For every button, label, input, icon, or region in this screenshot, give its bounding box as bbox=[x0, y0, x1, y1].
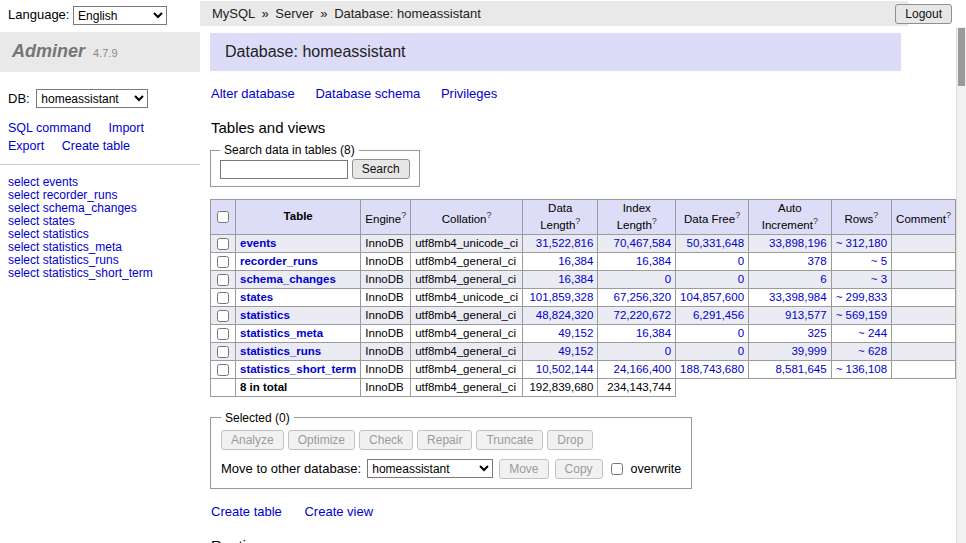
row-checkbox[interactable] bbox=[217, 292, 229, 304]
column-header-engine: Engine? bbox=[361, 200, 411, 235]
create-table-sidebar-link[interactable]: Create table bbox=[62, 139, 130, 153]
data-length-cell: 10,502,144 bbox=[523, 360, 598, 378]
rows-link[interactable]: ~ 3 bbox=[871, 273, 887, 285]
row-checkbox[interactable] bbox=[217, 274, 229, 286]
sidebar-table-link[interactable]: select statistics_short_term bbox=[8, 267, 192, 280]
privileges-link[interactable]: Privileges bbox=[441, 86, 497, 101]
rows-link[interactable]: ~ 569,159 bbox=[836, 309, 887, 321]
engine-cell: InnoDB bbox=[361, 306, 411, 324]
row-checkbox-cell bbox=[211, 234, 236, 252]
help-link[interactable]: ? bbox=[486, 210, 491, 220]
truncate-button[interactable]: Truncate bbox=[476, 430, 543, 450]
rows-link[interactable]: ~ 136,108 bbox=[836, 363, 887, 375]
rows-cell: ~ 3 bbox=[831, 270, 891, 288]
data-free-cell: 104,857,600 bbox=[676, 288, 749, 306]
data-length-cell: 16,384 bbox=[523, 252, 598, 270]
row-checkbox-cell bbox=[211, 306, 236, 324]
table-link[interactable]: recorder_runs bbox=[240, 255, 318, 267]
comment-cell bbox=[892, 360, 956, 378]
export-link[interactable]: Export bbox=[8, 139, 44, 153]
logout-button[interactable]: Logout bbox=[895, 4, 952, 24]
comment-cell bbox=[892, 306, 956, 324]
table-link[interactable]: statistics_runs bbox=[240, 345, 321, 357]
table-link[interactable]: schema_changes bbox=[240, 273, 336, 285]
sidebar-action-line: Export Create table bbox=[8, 137, 192, 155]
table-row: statesInnoDButf8mb4_unicode_ci101,859,32… bbox=[211, 288, 956, 306]
scrollbar-thumb[interactable] bbox=[958, 28, 965, 86]
overwrite-label[interactable]: overwrite bbox=[631, 462, 682, 476]
optimize-button[interactable]: Optimize bbox=[288, 430, 355, 450]
auto-increment-cell: 8,581,645 bbox=[749, 360, 832, 378]
rows-cell: ~ 312,180 bbox=[831, 234, 891, 252]
auto-increment-cell: 33,898,196 bbox=[749, 234, 832, 252]
analyze-button[interactable]: Analyze bbox=[221, 430, 284, 450]
column-header-comment: Comment? bbox=[892, 200, 956, 235]
import-link[interactable]: Import bbox=[109, 121, 144, 135]
table-link[interactable]: statistics_meta bbox=[240, 327, 323, 339]
help-link[interactable]: ? bbox=[873, 210, 878, 220]
data-free-cell: 0 bbox=[676, 252, 749, 270]
breadcrumb: MySQL » Server » Database: homeassistant bbox=[200, 1, 908, 26]
alter-database-link[interactable]: Alter database bbox=[211, 86, 295, 101]
breadcrumb-separator: » bbox=[261, 6, 268, 21]
table-link[interactable]: events bbox=[240, 237, 276, 249]
auto-increment-cell: 33,398,984 bbox=[749, 288, 832, 306]
row-checkbox[interactable] bbox=[217, 310, 229, 322]
collation-cell: utf8mb4_general_ci bbox=[411, 252, 523, 270]
search-button[interactable]: Search bbox=[352, 159, 410, 179]
language-select[interactable]: English bbox=[73, 6, 167, 25]
select-all-checkbox[interactable] bbox=[217, 211, 229, 223]
rows-link[interactable]: ~ 244 bbox=[858, 327, 887, 339]
total-collation-cell: utf8mb4_general_ci bbox=[411, 378, 523, 396]
index-length-cell: 0 bbox=[598, 270, 676, 288]
help-link[interactable]: ? bbox=[735, 210, 740, 220]
rows-link[interactable]: ~ 5 bbox=[871, 255, 887, 267]
help-link[interactable]: ? bbox=[575, 216, 580, 226]
row-checkbox[interactable] bbox=[217, 328, 229, 340]
database-schema-link[interactable]: Database schema bbox=[315, 86, 420, 101]
table-link[interactable]: statistics_short_term bbox=[240, 363, 356, 375]
rows-link[interactable]: ~ 628 bbox=[858, 345, 887, 357]
row-checkbox[interactable] bbox=[217, 256, 229, 268]
auto-increment-cell: 6 bbox=[749, 270, 832, 288]
column-header-rows: Rows? bbox=[831, 200, 891, 235]
routines-heading: Routines bbox=[211, 537, 956, 543]
help-link[interactable]: ? bbox=[652, 216, 657, 226]
help-link[interactable]: ? bbox=[401, 210, 406, 220]
data-length-cell: 101,859,328 bbox=[523, 288, 598, 306]
table-link[interactable]: states bbox=[240, 291, 273, 303]
move-button[interactable]: Move bbox=[499, 459, 548, 479]
help-link[interactable]: ? bbox=[946, 210, 951, 220]
breadcrumb-link-mysql[interactable]: MySQL bbox=[212, 6, 255, 21]
engine-cell: InnoDB bbox=[361, 252, 411, 270]
column-header-data-free: Data Free? bbox=[676, 200, 749, 235]
page-title: Database: homeassistant bbox=[210, 33, 901, 71]
db-select[interactable]: homeassistant bbox=[36, 89, 148, 108]
rows-link[interactable]: ~ 312,180 bbox=[836, 237, 887, 249]
rows-link[interactable]: ~ 299,833 bbox=[836, 291, 887, 303]
check-button[interactable]: Check bbox=[359, 430, 413, 450]
breadcrumb-link-server[interactable]: Server bbox=[275, 6, 313, 21]
help-link[interactable]: ? bbox=[813, 216, 818, 226]
overwrite-checkbox[interactable] bbox=[611, 463, 623, 475]
rows-cell: ~ 244 bbox=[831, 324, 891, 342]
scrollbar[interactable] bbox=[956, 0, 966, 543]
create-table-link[interactable]: Create table bbox=[211, 504, 282, 519]
data-free-cell: 50,331,648 bbox=[676, 234, 749, 252]
sql-command-link[interactable]: SQL command bbox=[8, 121, 91, 135]
row-checkbox[interactable] bbox=[217, 238, 229, 250]
table-name-cell: recorder_runs bbox=[236, 252, 361, 270]
row-checkbox[interactable] bbox=[217, 364, 229, 376]
auto-increment-cell: 378 bbox=[749, 252, 832, 270]
table-row: schema_changesInnoDButf8mb4_general_ci16… bbox=[211, 270, 956, 288]
table-link[interactable]: statistics bbox=[240, 309, 290, 321]
copy-button[interactable]: Copy bbox=[555, 459, 603, 479]
repair-button[interactable]: Repair bbox=[417, 430, 472, 450]
search-input[interactable] bbox=[220, 160, 348, 179]
create-view-link[interactable]: Create view bbox=[304, 504, 373, 519]
auto-increment-cell: 39,999 bbox=[749, 342, 832, 360]
drop-button[interactable]: Drop bbox=[547, 430, 593, 450]
row-checkbox[interactable] bbox=[217, 346, 229, 358]
sidebar: Adminer 4.7.9 DB: homeassistant SQL comm… bbox=[0, 27, 200, 543]
move-db-select[interactable]: homeassistant bbox=[367, 459, 493, 478]
